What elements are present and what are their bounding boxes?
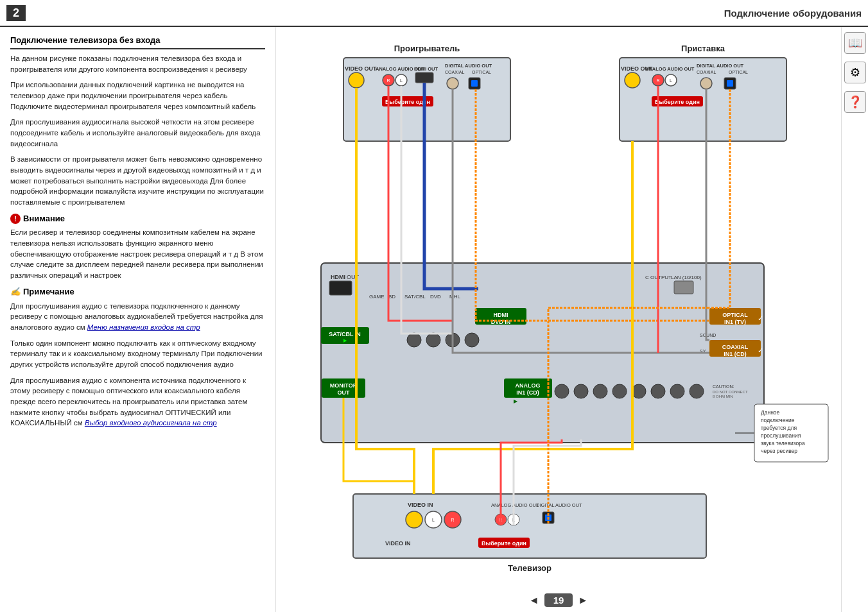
sidebar-settings-button[interactable]: ⚙: [844, 62, 866, 83]
svg-text:DO NOT CONNECT: DO NOT CONNECT: [713, 390, 748, 394]
page-number-footer: 19: [544, 593, 573, 607]
svg-text:Выберите один: Выберите один: [482, 540, 526, 547]
svg-text:через ресивер: через ресивер: [761, 448, 797, 454]
svg-text:звука телевизора: звука телевизора: [761, 440, 805, 446]
svg-text:L: L: [432, 518, 435, 522]
svg-text:R: R: [386, 78, 390, 83]
svg-rect-46: [674, 281, 693, 294]
settings-icon: ⚙: [850, 65, 860, 80]
svg-text:HDMI: HDMI: [494, 312, 508, 318]
svg-rect-39: [329, 281, 352, 295]
note-para-3: Для прослушивания аудио с компонента ист…: [10, 375, 265, 429]
paragraph-1: На данном рисунке показаны подключения т…: [10, 53, 265, 74]
svg-text:LAN (10/100): LAN (10/100): [671, 275, 702, 280]
svg-point-22: [625, 72, 640, 88]
page-header: 2 Подключение оборудования: [0, 0, 868, 27]
svg-text:VIDEO IN: VIDEO IN: [385, 540, 411, 547]
svg-text:Проигрыватель: Проигрыватель: [394, 44, 460, 53]
sidebar-help-button[interactable]: ❓: [844, 91, 866, 113]
svg-text:✓: ✓: [758, 314, 763, 322]
svg-point-14: [447, 78, 458, 89]
svg-text:VIDEO OUT: VIDEO OUT: [345, 65, 377, 72]
svg-text:R: R: [656, 78, 659, 83]
attention-text: Если ресивер и телевизор соединены компо…: [10, 227, 265, 280]
svg-text:Телевизор: Телевизор: [508, 563, 551, 573]
link-audio-select[interactable]: Выбор входного аудиосигнала на стр: [85, 419, 217, 427]
svg-text:ANALOG AUDIO OUT: ANALOG AUDIO OUT: [491, 502, 539, 508]
svg-text:OUT: OUT: [338, 389, 351, 396]
attention-title: ! Внимание: [10, 213, 265, 225]
svg-text:DIGITAL AUDIO OUT: DIGITAL AUDIO OUT: [445, 63, 492, 69]
note-label: Примечание: [23, 286, 74, 298]
svg-text:DVD: DVD: [430, 294, 441, 300]
book-icon: 📖: [848, 36, 862, 50]
svg-text:OPTICAL: OPTICAL: [472, 70, 491, 74]
paragraph-3: Для прослушивания аудиосигнала высокой ч…: [10, 117, 265, 149]
page-header-title: Подключение оборудования: [724, 8, 862, 19]
svg-text:COAXIAL: COAXIAL: [445, 70, 464, 74]
svg-text:✓: ✓: [758, 346, 763, 354]
note-para-1: Для прослушивания аудио с телевизора под…: [10, 301, 265, 333]
help-icon: ❓: [848, 95, 862, 109]
svg-text:L: L: [670, 78, 672, 83]
svg-text:▶: ▶: [514, 398, 518, 404]
svg-text:ANALOG AUDIO OUT: ANALOG AUDIO OUT: [645, 66, 695, 72]
page-footer: ◄ 19 ►: [276, 593, 841, 607]
svg-point-54: [407, 333, 421, 347]
svg-text:SOUND: SOUND: [700, 333, 716, 337]
svg-text:Приставка: Приставка: [681, 44, 725, 53]
svg-text:SAT/CBL: SAT/CBL: [404, 294, 426, 300]
svg-text:подключение: подключение: [761, 417, 795, 423]
svg-text:GAME: GAME: [369, 294, 385, 300]
svg-point-77: [593, 384, 607, 398]
svg-rect-16: [471, 80, 478, 87]
sidebar-book-button[interactable]: 📖: [844, 32, 866, 54]
attention-icon: !: [10, 214, 21, 224]
attention-block: ! Внимание Если ресивер и телевизор соед…: [10, 213, 265, 281]
note-block: ✍ Примечание Для прослушивания аудио с т…: [10, 286, 265, 429]
svg-text:ANALOG: ANALOG: [516, 382, 541, 389]
left-panel: Подключение телевизора без входа На данн…: [0, 27, 276, 612]
note-icon: ✍: [10, 286, 21, 298]
svg-point-78: [612, 384, 627, 398]
svg-text:OPTICAL: OPTICAL: [722, 312, 748, 318]
svg-text:IN1 (TV): IN1 (TV): [724, 319, 746, 325]
main-content: Подключение телевизора без входа На данн…: [0, 27, 868, 612]
svg-point-31: [700, 78, 712, 89]
svg-text:OPTICAL: OPTICAL: [729, 70, 748, 74]
svg-point-89: [406, 511, 422, 528]
svg-point-80: [651, 384, 665, 398]
svg-point-82: [690, 384, 704, 398]
right-sidebar: 📖 ⚙ ❓: [841, 27, 868, 612]
svg-text:HDMI: HDMI: [331, 274, 345, 280]
link-menu[interactable]: Меню назначения входов на стр: [87, 323, 200, 331]
svg-text:L: L: [400, 78, 403, 83]
svg-text:R: R: [451, 518, 454, 522]
svg-rect-33: [727, 80, 733, 87]
svg-text:IN1 (CD): IN1 (CD): [724, 351, 747, 357]
next-page-button[interactable]: ►: [578, 595, 588, 606]
svg-text:DIGITAL AUDIO OUT: DIGITAL AUDIO OUT: [536, 502, 582, 508]
note-para-2: Только один компонент можно подключить к…: [10, 338, 265, 370]
svg-text:HDMI OUT: HDMI OUT: [414, 66, 438, 72]
svg-text:Выберите один: Выберите один: [655, 99, 700, 105]
svg-text:требуется для: требуется для: [761, 425, 797, 431]
svg-text:IN1 (CD): IN1 (CD): [516, 389, 539, 396]
section-title: Подключение телевизора без входа: [10, 35, 265, 49]
svg-point-76: [574, 384, 588, 398]
prev-page-button[interactable]: ◄: [529, 595, 539, 606]
svg-text:COAXIAL: COAXIAL: [722, 344, 749, 350]
page-number: 2: [13, 6, 19, 19]
diagram-area: Проигрыватель VIDEO OUT ANALOG AUDIO OUT…: [276, 27, 841, 612]
svg-text:DIGITAL AUDIO OUT: DIGITAL AUDIO OUT: [697, 63, 744, 69]
svg-text:VIDEO IN: VIDEO IN: [408, 502, 433, 508]
paragraph-4: В зависимости от проигрывателя может быт…: [10, 154, 265, 207]
svg-text:COAXIAL: COAXIAL: [697, 70, 716, 74]
svg-point-57: [465, 333, 479, 347]
svg-point-79: [632, 384, 646, 398]
svg-text:8 OHM MIN: 8 OHM MIN: [713, 395, 733, 398]
svg-text:прослушивания: прослушивания: [761, 432, 801, 439]
svg-text:Данное: Данное: [761, 409, 780, 416]
connection-diagram-svg: Проигрыватель VIDEO OUT ANALOG AUDIO OUT…: [286, 32, 831, 584]
svg-text:BD: BD: [388, 294, 395, 300]
